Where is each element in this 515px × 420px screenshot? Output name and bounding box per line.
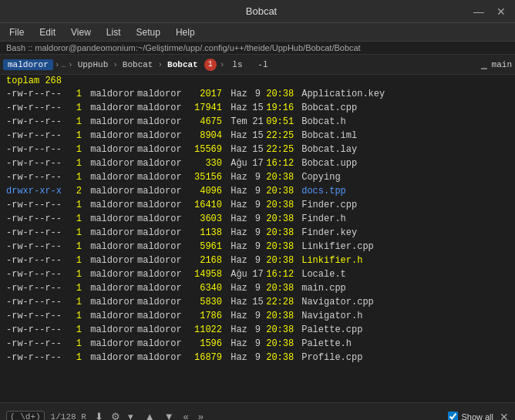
col-time: 20:38	[261, 311, 293, 321]
col-perms: -rw-r--r--	[6, 241, 68, 252]
col-group: maldoror	[137, 200, 190, 210]
col-user: maldoror	[85, 324, 137, 335]
col-perms: -rw-r--r--	[6, 130, 68, 141]
bc-bobcat1[interactable]: Bobcat	[119, 59, 157, 70]
col-links: 1	[68, 352, 82, 363]
nav-prev-btn[interactable]: «	[180, 410, 192, 420]
col-group: maldoror	[137, 241, 190, 252]
col-links: 1	[68, 89, 82, 99]
col-perms: -rw-r--r--	[6, 144, 68, 155]
col-day: 9	[247, 311, 261, 321]
col-size: 16410	[190, 200, 222, 210]
col-month: Haz	[225, 324, 247, 335]
col-day: 9	[247, 227, 261, 238]
table-row[interactable]: -rw-r--r-- 1 maldoror maldoror 5961 Haz …	[0, 240, 515, 254]
table-row[interactable]: -rw-r--r-- 1 maldoror maldoror 16410 Haz…	[0, 198, 515, 212]
nav-next-btn[interactable]: »	[195, 410, 207, 420]
nav-btns: ▲ ▼ « »	[142, 410, 207, 420]
menu-item-list[interactable]: List	[103, 25, 124, 39]
table-row[interactable]: -rw-r--r-- 1 maldoror maldoror 4675 Tem …	[0, 115, 515, 129]
table-row[interactable]: -rw-r--r-- 1 maldoror maldoror 1138 Haz …	[0, 226, 515, 240]
col-user: maldoror	[85, 297, 137, 307]
table-row[interactable]: -rw-r--r-- 1 maldoror maldoror 17941 Haz…	[0, 101, 515, 115]
menu-item-edit[interactable]: Edit	[36, 25, 59, 39]
col-day: 21	[247, 116, 261, 127]
col-day: 9	[247, 241, 261, 252]
show-all-label: Show all	[461, 412, 493, 421]
col-filename: Linkifier.h	[296, 255, 362, 266]
col-day: 9	[247, 338, 261, 349]
nav-down-btn[interactable]: ▼	[161, 410, 177, 420]
menu-item-setup[interactable]: Setup	[133, 25, 163, 39]
col-month: Haz	[225, 200, 247, 210]
col-month: Haz	[225, 144, 247, 155]
col-user: maldoror	[85, 311, 137, 321]
table-row[interactable]: -rw-r--r-- 1 maldoror maldoror 11022 Haz…	[0, 323, 515, 337]
table-row[interactable]: -rw-r--r-- 1 maldoror maldoror 5830 Haz …	[0, 295, 515, 309]
table-row[interactable]: -rw-r--r-- 1 maldoror maldoror 3603 Haz …	[0, 212, 515, 226]
table-row[interactable]: -rw-r--r-- 1 maldoror maldoror 6340 Haz …	[0, 281, 515, 295]
col-size: 2168	[190, 255, 222, 266]
col-perms: -rw-r--r--	[6, 297, 68, 307]
window-title: Bobcat	[52, 5, 470, 17]
branch-name: main	[492, 60, 512, 69]
col-perms: -rw-r--r--	[6, 172, 68, 183]
col-day: 17	[247, 158, 261, 169]
table-row[interactable]: -rw-r--r-- 1 maldoror maldoror 1596 Haz …	[0, 337, 515, 351]
col-size: 5830	[190, 297, 222, 307]
col-filename: Palette.cpp	[296, 324, 362, 335]
minimize-button[interactable]: —	[470, 5, 487, 18]
col-perms: -rw-r--r--	[6, 200, 68, 210]
table-row[interactable]: -rw-r--r-- 1 maldoror maldoror 8904 Haz …	[0, 129, 515, 143]
menu-item-view[interactable]: View	[68, 25, 94, 39]
col-size: 1596	[190, 338, 222, 349]
col-filename: Bobcat.iml	[296, 130, 357, 141]
table-row[interactable]: -rw-r--r-- 1 maldoror maldoror 35156 Haz…	[0, 170, 515, 184]
col-perms: -rw-r--r--	[6, 324, 68, 335]
col-links: 1	[68, 227, 82, 238]
col-size: 14958	[190, 269, 222, 280]
col-links: 1	[68, 241, 82, 252]
close-search-btn[interactable]: ✕	[500, 411, 509, 421]
download-icon-btn[interactable]: ⬇	[93, 410, 106, 420]
col-time: 20:38	[261, 352, 293, 363]
col-filename: Palette.h	[296, 338, 352, 349]
col-links: 1	[68, 311, 82, 321]
menu-item-help[interactable]: Help	[173, 25, 198, 39]
table-row[interactable]: -rw-r--r-- 1 maldoror maldoror 15569 Haz…	[0, 143, 515, 156]
close-button[interactable]: ✕	[493, 5, 509, 18]
menu-item-file[interactable]: File	[6, 25, 27, 39]
col-group: maldoror	[137, 186, 190, 197]
bc-upphub[interactable]: UppHub	[75, 59, 112, 70]
col-size: 330	[190, 158, 222, 169]
dropdown-icon-btn[interactable]: ▾	[126, 410, 136, 420]
col-size: 4675	[190, 116, 222, 127]
col-filename: main.cpp	[296, 283, 346, 294]
col-links: 1	[68, 158, 82, 169]
col-day: 9	[247, 186, 261, 197]
col-month: Haz	[225, 213, 247, 224]
col-perms: -rw-r--r--	[6, 227, 68, 238]
col-user: maldoror	[85, 130, 137, 141]
col-month: Haz	[225, 255, 247, 266]
nav-up-btn[interactable]: ▲	[142, 410, 158, 420]
col-user: maldoror	[85, 172, 137, 183]
table-row[interactable]: -rw-r--r-- 1 maldoror maldoror 330 Ağu 1…	[0, 156, 515, 170]
table-row[interactable]: -rw-r--r-- 1 maldoror maldoror 2168 Haz …	[0, 254, 515, 267]
col-time: 20:38	[261, 213, 293, 224]
table-row[interactable]: -rw-r--r-- 1 maldoror maldoror 14958 Ağu…	[0, 267, 515, 281]
col-filename: Profile.cpp	[296, 352, 362, 363]
col-links: 1	[68, 102, 82, 113]
col-filename: Finder.cpp	[296, 200, 357, 210]
col-size: 8904	[190, 130, 222, 141]
table-row[interactable]: -rw-r--r-- 1 maldoror maldoror 16879 Haz…	[0, 351, 515, 365]
settings-icon-btn[interactable]: ⚙	[109, 410, 123, 420]
bc-current-dir[interactable]: maldoror	[3, 59, 53, 70]
show-all-checkbox[interactable]	[448, 412, 458, 420]
table-row[interactable]: -rw-r--r-- 1 maldoror maldoror 1786 Haz …	[0, 309, 515, 323]
table-row[interactable]: -rw-r--r-- 1 maldoror maldoror 2017 Haz …	[0, 87, 515, 101]
table-row[interactable]: drwxr-xr-x 2 maldoror maldoror 4096 Haz …	[0, 184, 515, 198]
col-filename: Navigator.cpp	[296, 297, 374, 307]
col-day: 9	[247, 200, 261, 210]
bc-bobcat2[interactable]: Bobcat	[164, 59, 201, 70]
